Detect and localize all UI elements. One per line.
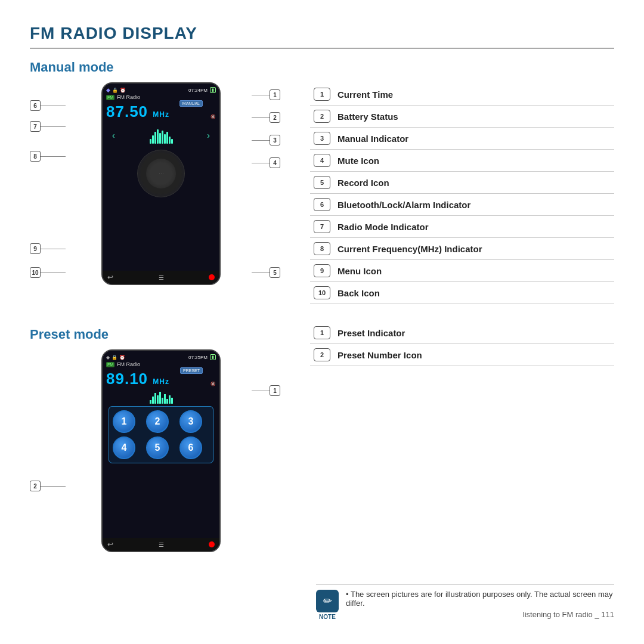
note-text-content: The screen pictures are for illustration…	[346, 590, 613, 608]
preset-btn-5: 5	[146, 436, 169, 459]
legend-num-cell-6: 6	[310, 194, 334, 216]
nav-arrows: ‹	[106, 123, 216, 147]
preset-legend-num-cell-2: 2	[310, 344, 334, 366]
legend-label-3: Manual Indicator	[334, 128, 614, 150]
legend-num-cell-5: 5	[310, 172, 334, 194]
callout-3: 3	[270, 135, 280, 145]
eq-bar-4	[157, 129, 159, 144]
left-panel: Manual mode 6 7 8 9 10 1 2 3 4	[30, 60, 292, 564]
speaker-dots: ⋅⋅⋅	[159, 171, 164, 177]
preset-btn-6: 6	[179, 436, 202, 459]
preset-mode-device: ◆ 🔒 ⏰ 07:25PM ▮ FM FM R	[101, 349, 221, 552]
legend-num-cell-1: 1	[310, 83, 334, 106]
preset-btn-4: 4	[113, 436, 135, 459]
preset-equalizer	[106, 391, 216, 404]
preset-legend-row-1: 1 Preset Indicator	[310, 322, 614, 344]
preset-legend-num-cell-1: 1	[310, 322, 334, 344]
line-9	[41, 249, 66, 249]
legend-num-1: 1	[314, 88, 330, 101]
preset-badge: PRESET	[180, 367, 203, 374]
callout-2: 2	[270, 112, 280, 123]
preset-mode-section: Preset mode 2 1 ◆ 🔒	[30, 327, 292, 564]
battery-icon: ▮	[210, 87, 216, 93]
legend-label-4: Mute Icon	[334, 150, 614, 172]
preset-btn-3: 3	[179, 410, 202, 433]
line-10	[41, 273, 66, 273]
preset-mode-title: Preset mode	[30, 327, 292, 342]
preset-callout-2: 2	[30, 481, 41, 491]
legend-num-6: 6	[314, 198, 330, 211]
preset-mode-icon: FM	[106, 362, 114, 367]
spacer	[310, 304, 614, 322]
legend-row-9: 9 Menu Icon	[310, 260, 614, 282]
legend-num-9: 9	[314, 264, 330, 277]
preset-device-screen: ◆ 🔒 ⏰ 07:25PM ▮ FM FM R	[103, 351, 219, 551]
legend-row-8: 8 Current Frequency(MHz) Indicator	[310, 238, 614, 260]
preset-record-button	[209, 541, 215, 547]
eq-bar-1	[150, 139, 151, 144]
eq-bar-7	[164, 134, 166, 144]
note-section: ✏ NOTE • The screen pictures are for ill…	[316, 584, 614, 620]
preset-legend-row-2: 2 Preset Number Icon	[310, 344, 614, 366]
preset-top-right: 07:25PM ▮	[188, 354, 216, 360]
callout-5: 5	[270, 267, 280, 278]
radio-mode-icon: FM	[106, 95, 114, 100]
legend-row-6: 6 Bluetooth/Lock/Alarm Indicator	[310, 194, 614, 216]
callout-1: 1	[270, 89, 280, 100]
legend-num-cell-3: 3	[310, 128, 334, 150]
preset-legend-label-1: Preset Indicator	[334, 322, 614, 344]
page-title: FM RADIO DISPLAY	[30, 24, 614, 49]
speaker-circle: ⋅⋅⋅	[137, 150, 185, 197]
note-label: NOTE	[319, 614, 336, 620]
preset-legend-label-2: Preset Number Icon	[334, 344, 614, 366]
alarm-icon: ⏰	[120, 88, 126, 93]
note-icon: ✏	[316, 590, 339, 612]
callout-9: 9	[30, 243, 41, 254]
peq-8	[166, 399, 168, 404]
manual-legend-table: 1 Current Time 2 Battery Status 3 Manual…	[310, 83, 614, 304]
legend-num-8: 8	[314, 242, 330, 255]
callout-8: 8	[30, 151, 41, 162]
legend-row-5: 5 Record Icon	[310, 172, 614, 194]
manual-mode-title: Manual mode	[30, 60, 292, 75]
legend-num-cell-10: 10	[310, 282, 334, 304]
legend-row-4: 4 Mute Icon	[310, 150, 614, 172]
manual-mode-section: Manual mode 6 7 8 9 10 1 2 3 4	[30, 60, 292, 309]
legend-row-10: 10 Back Icon	[310, 282, 614, 304]
legend-num-4: 4	[314, 154, 330, 167]
eq-bar-8	[166, 132, 168, 144]
legend-num-cell-2: 2	[310, 106, 334, 128]
legend-label-2: Battery Status	[334, 106, 614, 128]
top-right-icons: 07:24PM ▮	[188, 87, 216, 93]
bullet: •	[346, 590, 351, 599]
preset-lock-icon: 🔒	[112, 355, 117, 360]
peq-4	[157, 395, 159, 404]
peq-2	[152, 397, 154, 404]
preset-mute-icon: 🔇	[210, 382, 216, 386]
preset-time: 07:25PM	[188, 355, 208, 360]
eq-bar-9	[169, 137, 171, 144]
callout-6: 6	[30, 100, 41, 111]
legend-num-cell-9: 9	[310, 260, 334, 282]
preset-bluetooth-icon: ◆	[106, 355, 110, 360]
device-icons-left: ◆ 🔒 ⏰	[106, 87, 126, 93]
legend-label-9: Menu Icon	[334, 260, 614, 282]
rline-5	[252, 273, 270, 273]
record-button	[209, 274, 215, 280]
legend-num-7: 7	[314, 220, 330, 233]
legend-num-10: 10	[314, 286, 330, 299]
freq-value: 87.50	[106, 103, 148, 120]
line-8	[41, 156, 66, 157]
legend-row-3: 3 Manual Indicator	[310, 128, 614, 150]
legend-num-cell-8: 8	[310, 238, 334, 260]
note-icon-wrapper: ✏ NOTE	[316, 590, 339, 620]
device-screen-manual: ◆ 🔒 ⏰ 07:24PM ▮ FM FM R	[103, 83, 219, 284]
right-panel: 1 Current Time 2 Battery Status 3 Manual…	[310, 60, 614, 564]
preset-bottom-controls: ↩ ☰	[103, 538, 219, 551]
equalizer	[150, 127, 173, 144]
speaker-inner: ⋅⋅⋅	[146, 159, 176, 188]
peq-7	[164, 394, 166, 404]
peq-3	[154, 393, 156, 404]
line-6	[41, 106, 66, 106]
prev-arrow: ‹	[112, 131, 115, 140]
